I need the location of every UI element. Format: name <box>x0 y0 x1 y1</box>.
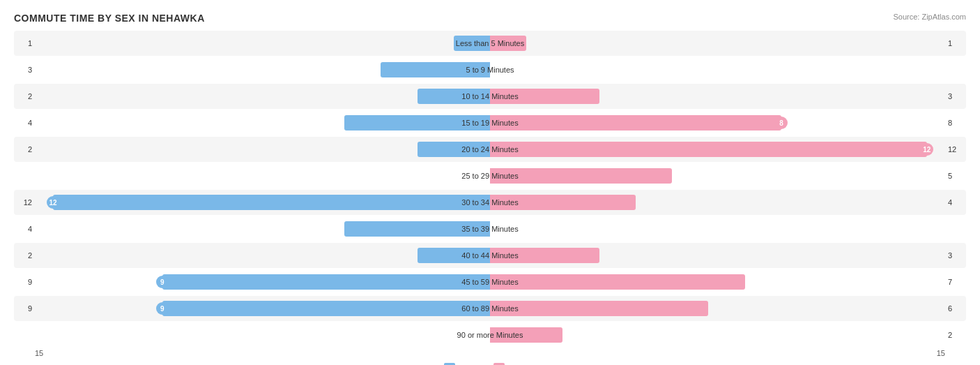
bar-section: 20 to 24 Minutes12 <box>35 137 945 162</box>
male-bar <box>53 195 490 210</box>
bar-section: 60 to 89 Minutes9 <box>35 296 945 321</box>
male-bar <box>418 89 490 104</box>
bar-section: 40 to 44 Minutes <box>35 243 945 268</box>
left-value: 9 <box>14 278 35 286</box>
rows-wrapper: 1Less than 5 Minutes135 to 9 Minutes210 … <box>14 31 966 348</box>
female-bar <box>490 248 599 263</box>
male-badge: 9 <box>156 276 169 288</box>
bar-row: 960 to 89 Minutes96 <box>14 296 966 321</box>
right-value: 7 <box>945 278 966 286</box>
left-value: 4 <box>14 119 35 127</box>
female-badge: 12 <box>921 143 933 156</box>
left-value: 9 <box>14 304 35 313</box>
right-value: 12 <box>945 145 966 154</box>
female-badge: 8 <box>775 117 788 129</box>
female-bar <box>490 301 708 316</box>
female-bar <box>490 36 526 51</box>
male-bar <box>162 274 490 290</box>
male-bar <box>418 248 490 263</box>
bar-row: 220 to 24 Minutes1212 <box>14 137 966 162</box>
bar-row: 90 or more Minutes2 <box>14 322 966 348</box>
chart-container: COMMUTE TIME BY SEX IN NEHAWKA Source: Z… <box>0 0 980 365</box>
male-bar <box>344 115 490 131</box>
female-bar <box>490 327 562 343</box>
male-bar <box>162 301 490 316</box>
source-text: Source: ZipAtlas.com <box>893 13 966 21</box>
right-value: 1 <box>945 39 966 47</box>
left-value: 2 <box>14 251 35 260</box>
bar-row: 945 to 59 Minutes97 <box>14 269 966 295</box>
bar-row: 435 to 39 Minutes <box>14 216 966 241</box>
left-value: 3 <box>14 66 35 74</box>
right-value: 8 <box>945 119 966 127</box>
male-badge: 12 <box>47 196 59 209</box>
bar-row: 25 to 29 Minutes5 <box>14 163 966 188</box>
left-value: 2 <box>14 145 35 154</box>
left-value: 1 <box>14 39 35 47</box>
bar-section: 10 to 14 Minutes <box>35 84 945 109</box>
female-bar <box>490 115 781 131</box>
axis-right: 15 <box>937 349 945 357</box>
bar-row: 415 to 19 Minutes88 <box>14 110 966 135</box>
male-bar <box>454 36 490 51</box>
female-bar <box>490 142 927 157</box>
right-value: 5 <box>945 172 966 180</box>
bar-section: 30 to 34 Minutes12 <box>35 190 945 215</box>
female-bar <box>490 168 672 184</box>
bar-section: 25 to 29 Minutes <box>35 163 945 188</box>
right-value: 6 <box>945 304 966 313</box>
bar-section: 90 or more Minutes <box>35 322 945 348</box>
bar-row: 210 to 14 Minutes3 <box>14 84 966 109</box>
bar-section: 5 to 9 Minutes <box>35 57 945 82</box>
chart-title: COMMUTE TIME BY SEX IN NEHAWKA <box>14 13 966 24</box>
female-bar <box>490 195 636 210</box>
left-value: 2 <box>14 92 35 100</box>
right-value: 4 <box>945 198 966 207</box>
male-bar <box>418 142 490 157</box>
axis-left: 15 <box>35 349 43 357</box>
female-bar <box>490 89 599 104</box>
bar-row: 35 to 9 Minutes <box>14 57 966 82</box>
right-value: 3 <box>945 251 966 260</box>
bar-section: Less than 5 Minutes <box>35 31 945 56</box>
bar-section: 35 to 39 Minutes <box>35 216 945 241</box>
female-bar <box>490 274 745 290</box>
bar-row: 1Less than 5 Minutes1 <box>14 31 966 56</box>
axis-labels: 15 15 <box>14 349 966 357</box>
male-bar <box>344 221 490 237</box>
bar-section: 15 to 19 Minutes8 <box>35 110 945 135</box>
male-bar <box>381 62 490 77</box>
right-value: 2 <box>945 331 966 339</box>
male-badge: 9 <box>156 302 169 315</box>
chart-body: 1Less than 5 Minutes135 to 9 Minutes210 … <box>14 31 966 313</box>
bar-row: 240 to 44 Minutes3 <box>14 243 966 268</box>
bar-row: 1230 to 34 Minutes124 <box>14 190 966 215</box>
left-value: 4 <box>14 225 35 233</box>
bar-section: 45 to 59 Minutes9 <box>35 269 945 295</box>
left-value: 12 <box>14 198 35 207</box>
right-value: 3 <box>945 92 966 100</box>
